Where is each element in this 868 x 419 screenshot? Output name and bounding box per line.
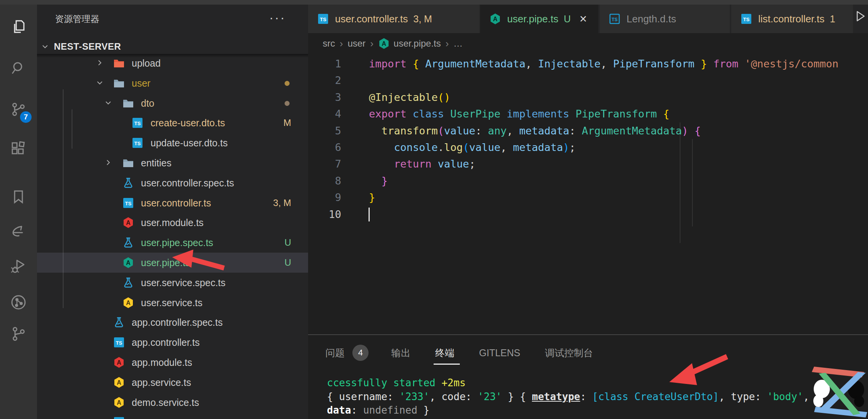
- activity-source-control-icon[interactable]: 7: [0, 91, 37, 128]
- tree-item-label: user.module.ts: [141, 213, 204, 233]
- ts-file-icon: TS: [113, 337, 125, 350]
- line-number: 5: [308, 122, 341, 139]
- tree-item-label: user.service.spec.ts: [141, 273, 226, 293]
- folder-icon: [113, 77, 125, 91]
- breadcrumb-item[interactable]: src: [323, 38, 335, 49]
- code-editor[interactable]: 1import { ArgumentMetadata, Injectable, …: [308, 54, 868, 334]
- nest-module-icon: A: [113, 357, 125, 370]
- tree-item[interactable]: TS: [37, 412, 308, 419]
- git-status-dot: [285, 81, 290, 86]
- ts-file-icon: TS: [317, 13, 329, 25]
- explorer-sidebar: 资源管理器 ··· NEST-SERVER uploaduserdtoTScre…: [37, 5, 308, 419]
- tab-list.controller.ts[interactable]: TSlist.controller.ts1: [731, 5, 853, 33]
- git-status-dot: [285, 101, 290, 106]
- ts-file-icon: TS: [132, 117, 143, 130]
- tree-item-user[interactable]: user: [37, 73, 308, 93]
- tree-item-dto[interactable]: dto: [37, 93, 308, 113]
- tree-item-entities[interactable]: entities: [37, 153, 308, 173]
- tree-item-user.module.ts[interactable]: Auser.module.ts: [37, 213, 308, 233]
- breadcrumb-item[interactable]: user.pipe.ts: [394, 38, 441, 49]
- bookmarks-icon: [10, 189, 27, 206]
- code-line-text: return value;: [369, 156, 475, 172]
- tree-item-user.controller.spec.ts[interactable]: user.controller.spec.ts: [37, 173, 308, 193]
- chevron-down-icon: [105, 99, 112, 108]
- tree-item-label: user.pipe.spec.ts: [141, 233, 213, 253]
- tab-dirty-indicator: 1: [830, 13, 835, 25]
- code-line: 3@Injectable(): [308, 89, 868, 106]
- code-line-text: @Injectable(): [369, 89, 450, 106]
- tree-item-user.controller.ts[interactable]: TSuser.controller.ts3, M: [37, 193, 308, 213]
- activity-gitlens-icon[interactable]: [0, 213, 37, 250]
- line-number: 3: [308, 89, 341, 106]
- run-file-button[interactable]: [854, 10, 866, 24]
- code-line: 9}: [308, 189, 868, 206]
- tree-item-label: user.controller.ts: [141, 193, 211, 213]
- panel-tab-终端[interactable]: 终端: [435, 342, 454, 364]
- tree-item-label: user.service.ts: [141, 293, 203, 313]
- breadcrumb-item[interactable]: …: [453, 38, 462, 49]
- line-number: 4: [308, 106, 341, 122]
- tree-item-user.service.ts[interactable]: Auser.service.ts: [37, 293, 308, 313]
- code-line-text: export class UserPipe implements PipeTra…: [369, 106, 669, 122]
- tree-item-app.module.ts[interactable]: Aapp.module.ts: [37, 352, 308, 372]
- activity-bar: 7: [0, 5, 37, 419]
- file-tree: uploaduserdtoTScreate-user.dto.tsMTSupda…: [37, 54, 308, 419]
- tree-item-app.controller.ts[interactable]: TSapp.controller.ts: [37, 332, 308, 352]
- breadcrumb-item[interactable]: user: [348, 38, 366, 49]
- svg-text:TS: TS: [612, 17, 617, 22]
- more-actions-icon[interactable]: ···: [269, 10, 286, 25]
- run-debug-icon: [10, 258, 27, 275]
- tree-item-user.service.spec.ts[interactable]: user.service.spec.ts: [37, 273, 308, 293]
- activity-search-icon[interactable]: [0, 50, 37, 87]
- tree-item-label: create-user.dto.ts: [151, 113, 225, 133]
- tree-item-update-user.dto.ts[interactable]: TSupdate-user.dto.ts: [37, 133, 308, 153]
- git-graph-icon: [10, 294, 27, 311]
- activity-explorer-icon[interactable]: [0, 8, 37, 45]
- svg-text:A: A: [117, 379, 121, 386]
- tab-user.pipe.ts[interactable]: Auser.pipe.tsU✕: [480, 5, 598, 33]
- panel-tab-GITLENS[interactable]: GITLENS: [479, 342, 520, 364]
- tree-item-user.pipe.spec.ts[interactable]: user.pipe.spec.tsU: [37, 233, 308, 253]
- tab-Length.d.ts[interactable]: TSLength.d.ts: [600, 5, 730, 33]
- panel-tab-调试控制台[interactable]: 调试控制台: [545, 342, 593, 364]
- tree-item-label: dto: [141, 93, 154, 113]
- svg-text:TS: TS: [125, 201, 132, 206]
- code-line-text: }: [369, 189, 375, 206]
- panel-tab-输出[interactable]: 输出: [391, 342, 411, 364]
- terminal-line: data: undefined }: [327, 403, 866, 417]
- folder-orange-icon: [113, 57, 125, 70]
- activity-run-debug-icon[interactable]: [0, 248, 37, 285]
- tab-user.controller.ts[interactable]: TSuser.controller.ts3, M: [308, 5, 479, 33]
- nest-service-icon: A: [113, 397, 125, 410]
- nest-pipe-icon: A: [489, 13, 501, 25]
- activity-extensions-icon[interactable]: [0, 131, 37, 168]
- panel-tab-问题[interactable]: 问题: [325, 342, 345, 364]
- svg-text:TS: TS: [134, 121, 141, 126]
- tree-item-app.controller.spec.ts[interactable]: app.controller.spec.ts: [37, 312, 308, 332]
- test-flask-icon: [122, 277, 134, 290]
- code-line-text: console.log(value, metadata);: [369, 139, 576, 156]
- line-number: 9: [308, 189, 341, 206]
- tree-item-demo.service.ts[interactable]: Ademo.service.ts: [37, 392, 308, 412]
- chevron-right-icon: [96, 59, 103, 68]
- tree-item-app.service.ts[interactable]: Aapp.service.ts: [37, 372, 308, 392]
- chevron-down-icon: [42, 43, 49, 52]
- scroll-shadow: [37, 54, 308, 58]
- svg-text:TS: TS: [743, 17, 750, 22]
- breadcrumb-separator: ›: [446, 38, 449, 50]
- svg-text:A: A: [126, 300, 131, 306]
- tree-item-user.pipe.ts[interactable]: Auser.pipe.tsU: [37, 253, 308, 273]
- text-cursor: [369, 208, 370, 221]
- tab-dirty-indicator: 3, M: [413, 13, 432, 25]
- tree-item-create-user.dto.ts[interactable]: TScreate-user.dto.tsM: [37, 113, 308, 133]
- tree-item-label: user.controller.spec.ts: [141, 173, 234, 193]
- ts-def-file-icon: TS: [609, 13, 620, 25]
- activity-git-graph-icon[interactable]: [0, 284, 37, 321]
- close-icon[interactable]: ✕: [579, 13, 587, 25]
- activity-branches-icon[interactable]: [0, 316, 37, 353]
- line-number: 1: [308, 55, 341, 72]
- test-flask-icon: [122, 237, 134, 250]
- test-flask-icon: [113, 317, 125, 330]
- activity-bookmarks-icon[interactable]: [0, 179, 37, 216]
- breadcrumb-separator: ›: [370, 38, 374, 50]
